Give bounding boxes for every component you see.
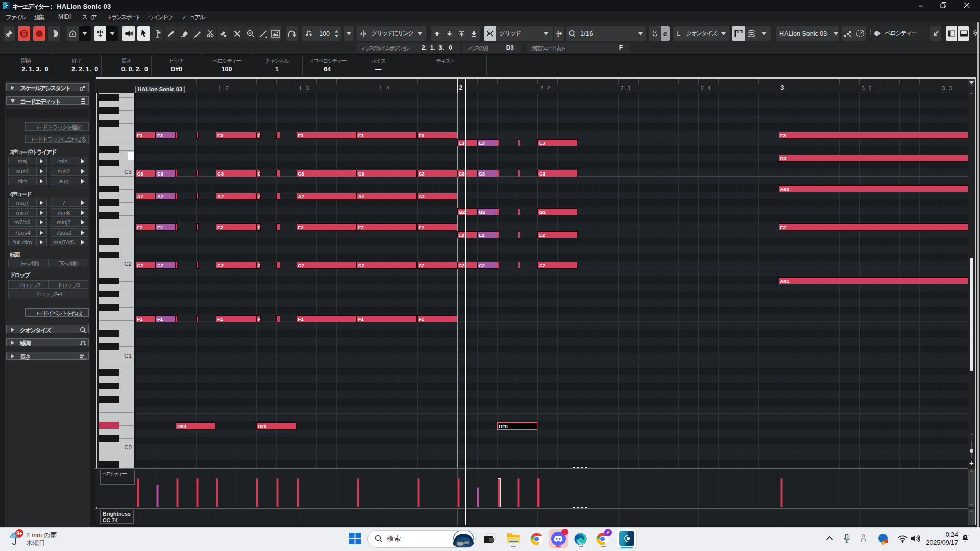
- svg-text:z: z: [965, 535, 966, 538]
- svg-text:z: z: [968, 534, 969, 537]
- svg-text:S: S: [22, 30, 26, 37]
